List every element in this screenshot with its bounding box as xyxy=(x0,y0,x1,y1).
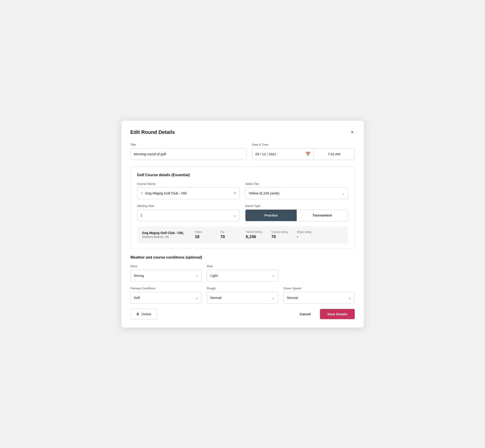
chevron-down-icon-rough: ⌄ xyxy=(272,296,275,300)
chevron-down-icon-rain: ⌄ xyxy=(272,274,275,278)
course-tee-row: Course Name ⚲ Gog Magog Golf Club - Old … xyxy=(137,182,348,199)
rain-col: Rain Light ⌄ xyxy=(207,264,278,282)
calendar-icon: 📅 xyxy=(306,152,310,156)
course-location: Shelford Bottom, UK xyxy=(142,235,188,239)
hole-gametype-row: Starting Hole 1 ⌄ Game Type Practice Tou… xyxy=(137,204,348,221)
course-rating-stat: Course rating 70 xyxy=(271,230,290,239)
game-type-label: Game Type xyxy=(245,204,348,208)
wind-label: Wind xyxy=(130,264,202,268)
holes-stat: Holes 18 xyxy=(195,230,213,239)
holes-value: 18 xyxy=(195,234,200,239)
course-info-bar: Gog Magog Golf Club - Old, Shelford Bott… xyxy=(137,226,348,243)
date-value: 05 / 12 / 2021 xyxy=(256,152,304,156)
par-stat: Par 70 xyxy=(220,230,239,239)
course-name-label: Course Name xyxy=(137,182,240,185)
chevron-down-icon: ⌄ xyxy=(342,192,345,195)
course-name-input[interactable]: ⚲ Gog Magog Golf Club - Old ✕ xyxy=(137,187,240,199)
footer-right: Cancel Save Details xyxy=(295,309,355,319)
practice-button[interactable]: Practice xyxy=(245,210,297,221)
course-name-col: Course Name ⚲ Gog Magog Golf Club - Old … xyxy=(137,182,240,199)
starting-hole-col: Starting Hole 1 ⌄ xyxy=(137,204,240,221)
slope-rating-label: Slope rating xyxy=(297,230,312,233)
tournament-button[interactable]: Tournament xyxy=(297,210,348,221)
title-input[interactable] xyxy=(130,148,247,160)
chevron-down-icon-hole: ⌄ xyxy=(234,214,236,217)
date-input[interactable]: 05 / 12 / 2021 📅 xyxy=(252,148,314,160)
select-tee-value: Yellow (6,156 yards) xyxy=(249,191,342,195)
rough-value: Normal xyxy=(210,296,272,300)
save-button[interactable]: Save Details xyxy=(320,309,355,319)
green-speed-dropdown[interactable]: Normal ⌄ xyxy=(283,292,355,304)
green-speed-label: Green Speed xyxy=(283,287,355,290)
delete-label: Delete xyxy=(142,312,151,316)
wind-dropdown[interactable]: Strong ⌄ xyxy=(130,270,202,282)
slope-rating-stat: Slope rating - xyxy=(297,230,315,239)
fairway-dropdown[interactable]: Soft ⌄ xyxy=(130,292,202,304)
title-column: Title xyxy=(130,143,247,160)
starting-hole-dropdown[interactable]: 1 ⌄ xyxy=(137,209,240,221)
rough-label: Rough xyxy=(207,287,278,290)
select-tee-col: Select Tee Yellow (6,156 yards) ⌄ xyxy=(245,182,348,199)
wind-value: Strong xyxy=(134,274,195,278)
green-speed-value: Normal xyxy=(287,296,348,300)
game-type-toggle: Practice Tournament xyxy=(245,209,348,221)
search-icon: ⚲ xyxy=(140,191,143,195)
rough-dropdown[interactable]: Normal ⌄ xyxy=(207,292,278,304)
starting-hole-value: 1 xyxy=(140,213,234,217)
wind-rain-row: Wind Strong ⌄ Rain Light ⌄ xyxy=(130,264,355,282)
rough-col: Rough Normal ⌄ xyxy=(207,287,278,304)
fairway-label: Fairway Conditions xyxy=(130,287,202,290)
golf-course-section: Golf Course details (Essential) Course N… xyxy=(130,166,355,249)
chevron-down-icon-fairway: ⌄ xyxy=(195,296,198,300)
par-label: Par xyxy=(220,230,225,233)
yards-stat: Yards(Yellow) 6,156 xyxy=(246,230,264,239)
cancel-button[interactable]: Cancel xyxy=(295,309,315,319)
title-datetime-row: Title Date & Time 05 / 12 / 2021 📅 7:31 … xyxy=(130,143,355,160)
chevron-down-icon-green: ⌄ xyxy=(348,296,351,300)
course-name-block: Gog Magog Golf Club - Old, Shelford Bott… xyxy=(142,231,188,239)
rain-value: Light xyxy=(210,274,272,278)
fairway-rough-green-row: Fairway Conditions Soft ⌄ Rough Normal ⌄… xyxy=(130,287,355,304)
slope-rating-value: - xyxy=(297,234,298,239)
course-rating-value: 70 xyxy=(271,234,276,239)
delete-button[interactable]: 🗑 Delete xyxy=(130,309,157,319)
fairway-value: Soft xyxy=(134,296,195,300)
yards-label: Yards(Yellow) xyxy=(246,230,263,233)
course-rating-label: Course rating xyxy=(271,230,288,233)
par-value: 70 xyxy=(220,234,225,239)
modal-title: Edit Round Details xyxy=(130,129,175,135)
chevron-down-icon-wind: ⌄ xyxy=(195,274,198,278)
rain-label: Rain xyxy=(207,264,278,268)
modal-header: Edit Round Details × xyxy=(130,129,355,136)
select-tee-label: Select Tee xyxy=(245,182,348,185)
edit-round-modal: Edit Round Details × Title Date & Time 0… xyxy=(121,121,364,328)
rain-dropdown[interactable]: Light ⌄ xyxy=(207,270,278,282)
course-full-name: Gog Magog Golf Club - Old, xyxy=(142,231,188,235)
yards-value: 6,156 xyxy=(246,234,256,239)
close-button[interactable]: × xyxy=(350,129,355,136)
weather-section: Weather and course conditions (optional)… xyxy=(130,256,355,304)
golf-section-title: Golf Course details (Essential) xyxy=(137,173,348,177)
weather-section-title: Weather and course conditions (optional) xyxy=(130,256,355,259)
datetime-column: Date & Time 05 / 12 / 2021 📅 7:31 AM xyxy=(252,143,355,160)
green-speed-col: Green Speed Normal ⌄ xyxy=(283,287,355,304)
datetime-fields: 05 / 12 / 2021 📅 7:31 AM xyxy=(252,148,355,160)
footer-row: 🗑 Delete Cancel Save Details xyxy=(130,309,355,319)
game-type-col: Game Type Practice Tournament xyxy=(245,204,348,221)
time-value: 7:31 AM xyxy=(328,152,340,156)
wind-col: Wind Strong ⌄ xyxy=(130,264,202,282)
title-label: Title xyxy=(130,143,247,146)
holes-label: Holes xyxy=(195,230,202,233)
fairway-col: Fairway Conditions Soft ⌄ xyxy=(130,287,202,304)
datetime-label: Date & Time xyxy=(252,143,355,146)
course-name-value: Gog Magog Golf Club - Old xyxy=(145,191,231,195)
starting-hole-label: Starting Hole xyxy=(137,204,240,208)
trash-icon: 🗑 xyxy=(136,312,139,316)
select-tee-dropdown[interactable]: Yellow (6,156 yards) ⌄ xyxy=(245,187,348,199)
time-input[interactable]: 7:31 AM xyxy=(314,148,355,160)
clear-icon[interactable]: ✕ xyxy=(233,191,236,195)
